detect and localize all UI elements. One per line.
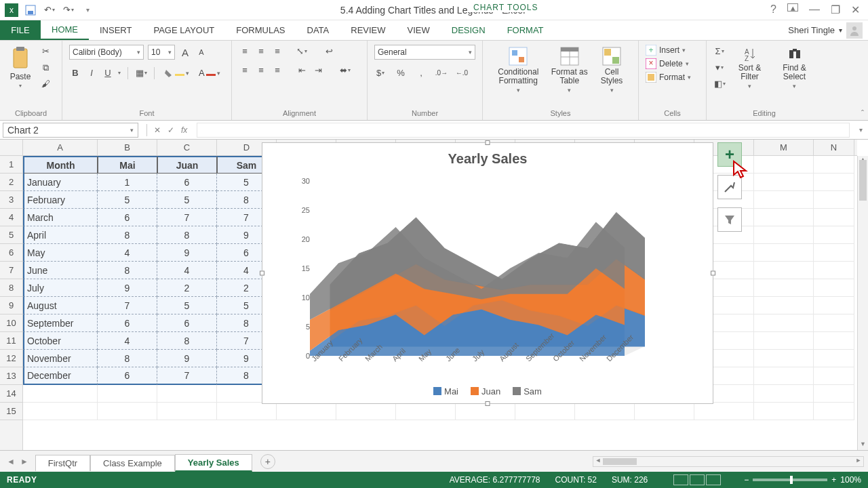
row-header-3[interactable]: 3 bbox=[0, 191, 22, 209]
font-name-select[interactable]: Calibri (Body)▾ bbox=[69, 45, 144, 60]
cell-K15[interactable] bbox=[635, 403, 694, 420]
save-icon[interactable] bbox=[23, 3, 38, 18]
percent-button[interactable]: % bbox=[395, 66, 407, 79]
tab-format[interactable]: FORMAT bbox=[496, 20, 555, 40]
ribbon-options-icon[interactable]: ▴ bbox=[787, 3, 798, 12]
row-header-1[interactable]: 1 bbox=[0, 156, 22, 174]
cell-C7[interactable]: 4 bbox=[157, 262, 217, 279]
row-header-12[interactable]: 12 bbox=[0, 350, 22, 367]
signin-area[interactable]: Sheri Tingle ▾ bbox=[788, 20, 868, 40]
restore-icon[interactable]: ❐ bbox=[831, 3, 840, 16]
row-header-8[interactable]: 8 bbox=[0, 279, 22, 297]
chart-elements-button[interactable]: + bbox=[717, 142, 742, 167]
align-center-icon[interactable]: ≡ bbox=[255, 64, 267, 76]
row-header-7[interactable]: 7 bbox=[0, 262, 22, 279]
tab-design[interactable]: DESIGN bbox=[441, 20, 496, 40]
row-header-15[interactable]: 15 bbox=[0, 403, 22, 420]
row-header-13[interactable]: 13 bbox=[0, 367, 22, 385]
enter-formula-icon[interactable]: ✓ bbox=[167, 125, 174, 135]
cell-N14[interactable] bbox=[814, 385, 854, 403]
cell-A4[interactable]: March bbox=[23, 209, 98, 226]
font-color-button[interactable]: A▾ bbox=[196, 66, 223, 79]
cell-C8[interactable]: 2 bbox=[157, 279, 217, 297]
cell-M4[interactable] bbox=[754, 209, 814, 226]
zoom-in-icon[interactable]: + bbox=[831, 475, 836, 485]
cell-styles-button[interactable]: Cell Styles▾ bbox=[592, 45, 631, 95]
cell-B2[interactable]: 1 bbox=[98, 174, 157, 191]
cell-N7[interactable] bbox=[814, 262, 854, 279]
minimize-icon[interactable]: — bbox=[809, 3, 820, 16]
align-top-icon[interactable]: ≡ bbox=[239, 45, 251, 57]
tab-page-layout[interactable]: PAGE LAYOUT bbox=[142, 20, 225, 40]
cell-N10[interactable] bbox=[814, 314, 854, 332]
sheet-nav-prev-icon[interactable]: ◄ bbox=[7, 457, 15, 466]
cell-J15[interactable] bbox=[575, 403, 635, 420]
tab-data[interactable]: DATA bbox=[296, 20, 340, 40]
decrease-decimal-icon[interactable]: ←.0 bbox=[456, 66, 468, 79]
cell-L15[interactable] bbox=[694, 403, 754, 420]
tab-insert[interactable]: INSERT bbox=[89, 20, 142, 40]
cell-M13[interactable] bbox=[754, 367, 814, 385]
comma-button[interactable]: , bbox=[415, 66, 427, 79]
cell-A11[interactable]: October bbox=[23, 332, 98, 350]
chart-styles-button[interactable] bbox=[717, 175, 742, 199]
vertical-scrollbar[interactable]: ▲▼ bbox=[857, 156, 868, 450]
bold-button[interactable]: B bbox=[69, 67, 81, 79]
row-header-6[interactable]: 6 bbox=[0, 244, 22, 262]
cell-B14[interactable] bbox=[98, 385, 157, 403]
cell-N1[interactable] bbox=[814, 156, 854, 174]
cell-A14[interactable] bbox=[23, 385, 98, 403]
cell-B6[interactable]: 4 bbox=[98, 244, 157, 262]
cell-B5[interactable]: 8 bbox=[98, 226, 157, 244]
underline-button[interactable]: U bbox=[102, 67, 114, 79]
cell-M15[interactable] bbox=[754, 403, 814, 420]
collapse-ribbon-icon[interactable]: ˆ bbox=[861, 109, 864, 119]
cell-C12[interactable]: 9 bbox=[157, 350, 217, 367]
horizontal-scrollbar[interactable]: ◄► bbox=[593, 456, 864, 467]
select-all-corner[interactable] bbox=[0, 140, 23, 156]
cell-A8[interactable]: July bbox=[23, 279, 98, 297]
cell-M6[interactable] bbox=[754, 244, 814, 262]
view-page-layout-icon[interactable] bbox=[690, 474, 705, 485]
align-bottom-icon[interactable]: ≡ bbox=[271, 45, 283, 57]
delete-cells-button[interactable]: ×Delete ▾ bbox=[646, 58, 699, 69]
close-icon[interactable]: ✕ bbox=[851, 3, 860, 16]
fx-icon[interactable]: fx bbox=[181, 125, 187, 135]
fill-button[interactable]: ▾ bbox=[713, 61, 726, 73]
cell-A12[interactable]: November bbox=[23, 350, 98, 367]
copy-icon[interactable]: ⧉ bbox=[39, 62, 52, 74]
row-header-9[interactable]: 9 bbox=[0, 297, 22, 314]
row-header-2[interactable]: 2 bbox=[0, 174, 22, 191]
cell-C9[interactable]: 5 bbox=[157, 297, 217, 314]
cell-B15[interactable] bbox=[98, 403, 157, 420]
cell-B1[interactable]: Mai bbox=[98, 156, 157, 174]
cell-N3[interactable] bbox=[814, 191, 854, 209]
sheet-tab-yearly-sales[interactable]: Yearly Sales bbox=[175, 454, 252, 472]
chart-title[interactable]: Yearly Sales bbox=[262, 143, 713, 171]
grow-font-icon[interactable]: A bbox=[179, 46, 191, 58]
legend-item-juan[interactable]: Juan bbox=[471, 386, 500, 396]
cell-B3[interactable]: 5 bbox=[98, 191, 157, 209]
undo-button[interactable]: ↶ bbox=[42, 3, 57, 18]
tab-view[interactable]: VIEW bbox=[397, 20, 441, 40]
cell-M12[interactable] bbox=[754, 350, 814, 367]
cell-C5[interactable]: 8 bbox=[157, 226, 217, 244]
cell-E15[interactable] bbox=[277, 403, 336, 420]
tab-formulas[interactable]: FORMULAS bbox=[225, 20, 296, 40]
paste-button[interactable]: Paste ▾ bbox=[7, 45, 34, 90]
decrease-indent-icon[interactable]: ⇤ bbox=[296, 64, 308, 76]
sheet-tab-firstqtr[interactable]: FirstQtr bbox=[35, 455, 90, 471]
chart-plot-area[interactable] bbox=[310, 181, 645, 356]
cell-N13[interactable] bbox=[814, 367, 854, 385]
cell-C10[interactable]: 6 bbox=[157, 314, 217, 332]
cell-N6[interactable] bbox=[814, 244, 854, 262]
sort-filter-button[interactable]: AZ Sort & Filter▾ bbox=[731, 45, 768, 91]
currency-button[interactable]: $ bbox=[374, 66, 387, 79]
cut-icon[interactable]: ✂ bbox=[39, 45, 52, 58]
cell-B7[interactable]: 8 bbox=[98, 262, 157, 279]
expand-formula-bar-icon[interactable]: ▾ bbox=[854, 126, 868, 134]
autosum-button[interactable]: Σ bbox=[713, 45, 726, 57]
cell-G15[interactable] bbox=[396, 403, 456, 420]
zoom-slider[interactable] bbox=[753, 479, 827, 481]
cell-A9[interactable]: August bbox=[23, 297, 98, 314]
